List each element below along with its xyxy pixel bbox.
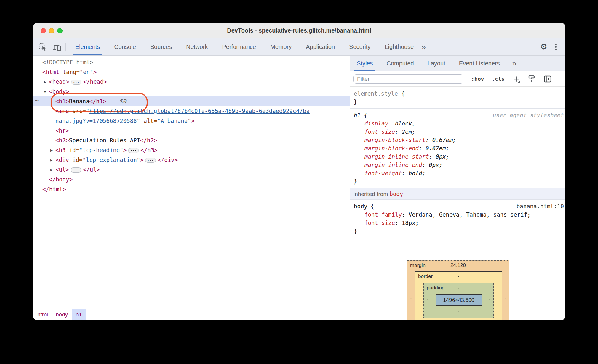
box-model-margin[interactable]: margin 24.120 - - border - - - - padding [407, 260, 509, 320]
code-token: "lcp-heading" [79, 147, 123, 153]
body-declarations: font-family: Verdana, Geneva, Tahoma, sa… [350, 210, 565, 227]
pseudo-state-toggle[interactable]: :hov [471, 76, 484, 82]
style-declaration[interactable]: font-family: Verdana, Geneva, Tahoma, sa… [350, 210, 565, 219]
padding-right-value[interactable]: - [489, 296, 490, 302]
inherited-node-link[interactable]: body [390, 191, 403, 197]
style-declaration[interactable]: font-size: 2em; [350, 128, 565, 136]
expand-arrow-icon[interactable]: ▶ [49, 155, 54, 165]
breadcrumb-item-html[interactable]: html [33, 309, 52, 320]
tab-performance[interactable]: Performance [219, 38, 259, 55]
breadcrumb-item-h1[interactable]: h1 [72, 309, 86, 320]
tab-label: Security [349, 44, 370, 50]
tree-row[interactable]: <hr> [33, 126, 350, 136]
expand-children-button[interactable]: ••• [145, 158, 156, 163]
tree-row[interactable]: ▶<div id="lcp-explanation">•••</div> [33, 155, 350, 165]
margin-right-value[interactable]: - [504, 296, 506, 302]
row-more-actions-icon[interactable]: ⋯ [35, 96, 39, 106]
border-top-value[interactable]: - [415, 273, 502, 279]
box-model-diagram[interactable]: margin 24.120 - - border - - - - padding [407, 260, 509, 320]
new-style-rule-icon[interactable] [512, 75, 520, 83]
code-token: lang [59, 69, 76, 75]
box-model-padding[interactable]: padding - - - - 1496×43.500 [423, 283, 494, 318]
border-left-value[interactable]: - [418, 296, 420, 302]
tree-row[interactable]: <html lang="en"> [33, 67, 350, 77]
box-model-border[interactable]: border - - - - padding - - - - 14 [415, 271, 502, 320]
property-name: font-family [364, 211, 402, 218]
collapse-arrow-icon[interactable]: ▼ [42, 87, 48, 96]
rendering-emulation-icon[interactable] [528, 75, 536, 83]
tree-row[interactable]: <h2>Speculation Rules API</h2> [33, 136, 350, 145]
expand-arrow-icon[interactable]: ▶ [42, 77, 48, 87]
expand-arrow-icon[interactable]: ▶ [49, 165, 54, 175]
element-classes-toggle[interactable]: .cls [492, 76, 504, 82]
styles-filter-input[interactable] [353, 74, 463, 84]
tab-lighthouse[interactable]: Lighthouse [382, 38, 417, 55]
style-declaration[interactable]: margin-block-start: 0.67em; [350, 136, 565, 144]
stylesheet-source-link[interactable]: banana.html:10 [517, 202, 564, 210]
tree-row[interactable]: ▶<h3 id="lcp-heading">•••</h3> [33, 145, 350, 155]
attribute-value-link[interactable]: nana.jpg?v=1705668720588 [55, 117, 137, 124]
code-token: "en" [80, 69, 93, 75]
border-right-value[interactable]: - [497, 296, 499, 302]
expand-arrow-icon[interactable]: ▶ [49, 145, 54, 155]
style-declaration[interactable]: margin-inline-start: 0px; [350, 152, 565, 161]
sidebar-tab-styles[interactable]: Styles [354, 56, 376, 71]
tree-row[interactable]: ⋯<h1>Banana</h1> == $0 [33, 96, 350, 106]
expand-children-button[interactable]: ••• [71, 167, 81, 173]
style-declaration[interactable]: font-size: 18px; [350, 219, 565, 227]
tab-elements[interactable]: Elements [72, 38, 103, 55]
breadcrumb-item-body[interactable]: body [52, 309, 72, 320]
tree-row[interactable]: <img src="https://cdn.glitch.global/87b4… [33, 106, 350, 116]
tab-console[interactable]: Console [111, 38, 139, 55]
expand-children-button[interactable]: ••• [71, 80, 81, 85]
style-declaration[interactable]: margin-inline-end: 0px; [350, 161, 565, 169]
inspect-element-icon[interactable] [38, 43, 47, 51]
tab-network[interactable]: Network [183, 38, 211, 55]
code-token: <hr> [55, 127, 69, 134]
code-token: src [69, 108, 83, 114]
code-token: <div [55, 157, 69, 163]
element-style-section[interactable]: element.style { } [350, 87, 565, 109]
breadcrumb: htmlbodyh1 [33, 309, 350, 320]
margin-left-value[interactable]: - [410, 296, 412, 302]
expand-children-button[interactable]: ••• [128, 148, 139, 153]
ua-style-rule[interactable]: user agent stylesheet h1 { display: bloc… [350, 109, 565, 188]
tree-row[interactable]: ▶<head>•••</head> [33, 77, 350, 87]
padding-left-value[interactable]: - [427, 296, 428, 302]
code-token: <h3 [55, 147, 65, 153]
more-tabs-icon[interactable]: » [421, 43, 426, 51]
title-bar: DevTools - speculative-rules.glitch.me/b… [33, 23, 565, 38]
tab-security[interactable]: Security [346, 38, 373, 55]
tab-memory[interactable]: Memory [267, 38, 295, 55]
sidebar-tab-event-listeners[interactable]: Event Listeners [456, 56, 503, 71]
settings-gear-icon[interactable]: ⚙ [540, 43, 547, 51]
property-name: margin-block-start [364, 137, 426, 143]
box-model-content[interactable]: 1496×43.500 [436, 294, 482, 306]
more-options-icon[interactable] [555, 44, 557, 50]
tab-label: Elements [75, 44, 100, 50]
padding-top-value[interactable]: - [424, 285, 493, 291]
tree-row[interactable]: </body> [33, 175, 350, 184]
tree-row[interactable]: ▼<body> [33, 87, 350, 96]
tree-row[interactable]: <!DOCTYPE html> [33, 57, 350, 67]
tree-row[interactable]: </html> [33, 184, 350, 194]
tree-row[interactable]: ▶<ul>•••</ul> [33, 165, 350, 175]
tree-row[interactable]: nana.jpg?v=1705668720588" alt="A banana"… [33, 116, 350, 126]
padding-bottom-value[interactable]: - [424, 308, 493, 314]
code-token: <ul> [55, 166, 69, 173]
code-token: > [123, 147, 127, 153]
style-declaration[interactable]: font-weight: bold; [350, 169, 565, 177]
toggle-sidebar-icon[interactable] [543, 75, 552, 83]
margin-top-value[interactable]: 24.120 [407, 262, 509, 268]
sidebar-more-tabs-icon[interactable]: » [512, 59, 517, 67]
tab-sources[interactable]: Sources [147, 38, 175, 55]
device-toolbar-icon[interactable] [52, 43, 62, 51]
body-style-rule[interactable]: banana.html:10 body { font-family: Verda… [350, 200, 565, 244]
code-token: == $0 [106, 98, 127, 104]
sidebar-tab-layout[interactable]: Layout [425, 56, 448, 71]
attribute-value-link[interactable]: https://cdn.glitch.global/87b4c0fe-655a-… [89, 108, 310, 114]
tab-application[interactable]: Application [303, 38, 338, 55]
style-declaration[interactable]: margin-block-end: 0.67em; [350, 144, 565, 152]
sidebar-tab-computed[interactable]: Computed [383, 56, 417, 71]
style-declaration[interactable]: display: block; [350, 119, 565, 128]
